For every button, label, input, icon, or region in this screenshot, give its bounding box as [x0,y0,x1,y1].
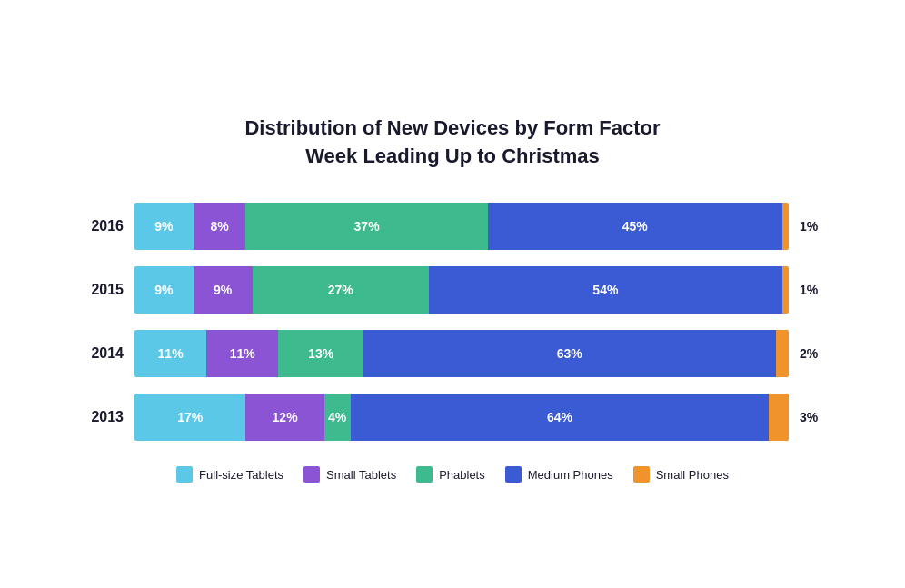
bar-segment-medium-phones: 63% [363,330,776,377]
bar-segment-phablets: 37% [245,203,487,250]
bar-segment-medium-phones: 64% [351,394,770,441]
chart-container: Distribution of New Devices by Form Fact… [44,87,861,502]
bar-segment-medium-phones: 54% [429,266,782,314]
bar-container: 17%12%4%64% [134,394,789,441]
chart-row: 201317%12%4%64%3% [80,394,825,441]
row-suffix: 1% [800,219,825,234]
row-suffix: 2% [800,346,825,361]
row-year-label: 2013 [80,409,124,425]
bar-segment-tablets: 9% [134,203,194,250]
legend-label-small-phones: Small Phones [656,468,729,482]
legend-item-small-tablets: Small Tablets [303,466,396,483]
legend-label-medium-phones: Medium Phones [528,468,613,482]
bar-segment-small-phones [782,266,789,314]
chart-row: 20169%8%37%45%1% [80,203,825,250]
bar-segment-small-tablets: 9% [194,266,253,314]
bar-segment-phablets: 27% [253,266,429,314]
chart-rows: 20169%8%37%45%1%20159%9%27%54%1%201411%1… [80,203,825,441]
chart-row: 201411%11%13%63%2% [80,330,825,377]
legend-swatch-tablets [176,466,193,483]
legend-item-tablets: Full-size Tablets [176,466,283,483]
bar-container: 11%11%13%63% [134,330,789,377]
bar-segment-phablets: 13% [278,330,363,377]
legend-label-tablets: Full-size Tablets [199,468,283,482]
legend-item-phablets: Phablets [416,466,485,483]
legend-label-small-tablets: Small Tablets [326,468,396,482]
row-suffix: 3% [800,410,825,424]
bar-container: 9%8%37%45% [134,203,789,250]
bar-segment-phablets: 4% [324,394,351,441]
bar-segment-small-tablets: 8% [194,203,246,250]
bar-segment-small-tablets: 11% [206,330,278,377]
bar-segment-small-tablets: 12% [245,394,323,441]
bar-segment-small-phones [782,203,789,250]
bar-segment-small-phones [769,394,789,441]
bar-segment-tablets: 9% [134,266,194,314]
row-year-label: 2015 [80,282,124,298]
bar-container: 9%9%27%54% [134,266,789,314]
bar-segment-medium-phones: 45% [488,203,782,250]
legend-item-medium-phones: Medium Phones [505,466,613,483]
chart-row: 20159%9%27%54%1% [80,266,825,314]
bar-segment-tablets: 11% [134,330,206,377]
bar-segment-small-phones [776,330,789,377]
legend-swatch-phablets [416,466,433,483]
bar-segment-tablets: 17% [134,394,245,441]
row-suffix: 1% [800,283,825,297]
legend-item-small-phones: Small Phones [633,466,729,483]
row-year-label: 2016 [80,218,124,234]
legend-swatch-small-tablets [303,466,320,483]
chart-title: Distribution of New Devices by Form Fact… [80,115,825,171]
legend-label-phablets: Phablets [439,468,485,482]
legend-swatch-medium-phones [505,466,522,483]
legend: Full-size TabletsSmall TabletsPhabletsMe… [80,466,825,483]
row-year-label: 2014 [80,345,124,362]
legend-swatch-small-phones [633,466,650,483]
